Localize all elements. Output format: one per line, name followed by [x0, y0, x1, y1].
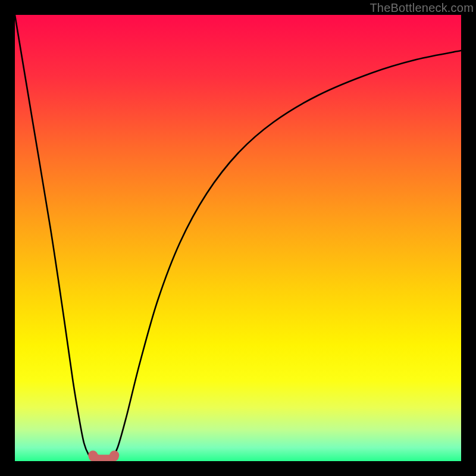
plot-area	[15, 15, 461, 461]
svg-point-1	[109, 450, 119, 460]
chart-frame: TheBottleneck.com	[0, 0, 476, 476]
chart-svg	[15, 15, 461, 461]
watermark-text: TheBottleneck.com	[369, 1, 474, 15]
svg-point-0	[88, 450, 98, 460]
gradient-background	[15, 15, 461, 461]
